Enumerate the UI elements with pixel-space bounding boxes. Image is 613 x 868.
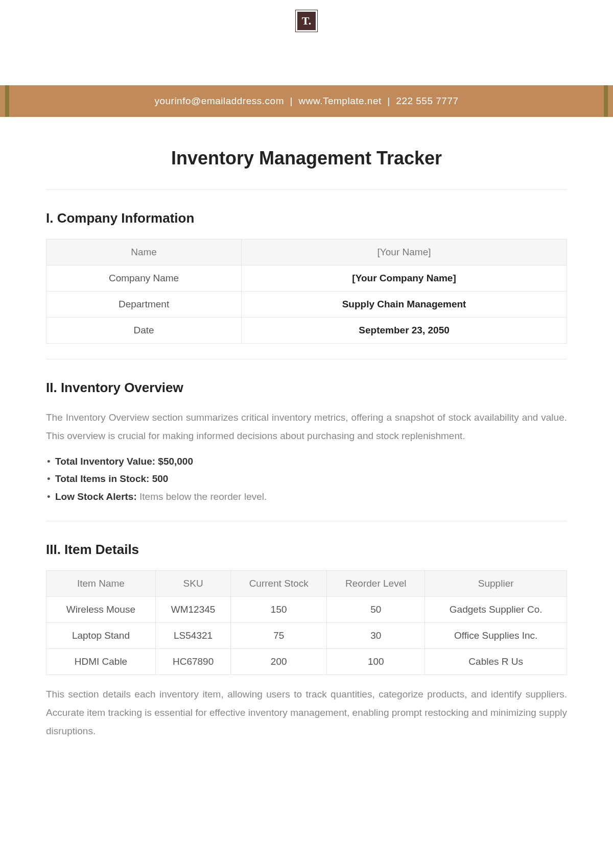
bullet-item: Low Stock Alerts: Items below the reorde… — [46, 488, 567, 505]
items-body: This section details each inventory item… — [46, 685, 567, 740]
bullet-label: Total Items in Stock: — [55, 473, 149, 484]
info-label: Name — [46, 239, 242, 266]
info-value: Supply Chain Management — [242, 292, 567, 318]
logo: T. — [296, 10, 317, 32]
cell-stock: 75 — [231, 622, 327, 648]
info-label: Date — [46, 318, 242, 344]
bullet-value: 500 — [152, 473, 169, 484]
cell-reorder: 100 — [327, 648, 425, 674]
cell-sku: LS54321 — [155, 622, 230, 648]
info-value: [Your Name] — [242, 239, 567, 266]
cell-supplier: Office Supplies Inc. — [425, 622, 567, 648]
company-info-table: Name [Your Name] Company Name [Your Comp… — [46, 239, 567, 344]
cell-item-name: HDMI Cable — [46, 648, 156, 674]
logo-bar: T. — [0, 0, 613, 37]
overview-body: The Inventory Overview section summarize… — [46, 408, 567, 445]
banner-email: yourinfo@emailaddress.com — [154, 95, 284, 107]
table-row: Date September 23, 2050 — [46, 318, 567, 344]
bullet-item: Total Inventory Value: $50,000 — [46, 453, 567, 470]
col-sku: SKU — [155, 570, 230, 596]
cell-sku: WM12345 — [155, 596, 230, 622]
section-items-heading: III. Item Details — [46, 542, 567, 558]
divider — [46, 189, 567, 190]
bullet-value: Items below the reorder level. — [139, 491, 267, 502]
table-header-row: Item Name SKU Current Stock Reorder Leve… — [46, 570, 567, 596]
cell-item-name: Wireless Mouse — [46, 596, 156, 622]
item-details-table: Item Name SKU Current Stock Reorder Leve… — [46, 570, 567, 675]
section-company-heading: I. Company Information — [46, 210, 567, 226]
table-row: Wireless Mouse WM12345 150 50 Gadgets Su… — [46, 596, 567, 622]
info-value: [Your Company Name] — [242, 266, 567, 292]
document-title: Inventory Management Tracker — [46, 148, 567, 169]
section-overview-heading: II. Inventory Overview — [46, 380, 567, 396]
banner-phone: 222 555 7777 — [396, 95, 458, 107]
document-content: Inventory Management Tracker I. Company … — [0, 117, 613, 768]
cell-supplier: Gadgets Supplier Co. — [425, 596, 567, 622]
table-row: Laptop Stand LS54321 75 30 Office Suppli… — [46, 622, 567, 648]
col-item-name: Item Name — [46, 570, 156, 596]
cell-sku: HC67890 — [155, 648, 230, 674]
table-row: Department Supply Chain Management — [46, 292, 567, 318]
col-current-stock: Current Stock — [231, 570, 327, 596]
overview-bullets: Total Inventory Value: $50,000 Total Ite… — [46, 453, 567, 505]
table-row: Name [Your Name] — [46, 239, 567, 266]
cell-stock: 200 — [231, 648, 327, 674]
divider — [46, 521, 567, 521]
info-value: September 23, 2050 — [242, 318, 567, 344]
bullet-item: Total Items in Stock: 500 — [46, 470, 567, 488]
cell-stock: 150 — [231, 596, 327, 622]
col-reorder-level: Reorder Level — [327, 570, 425, 596]
banner-sep: | — [284, 95, 299, 107]
contact-banner: yourinfo@emailaddress.com | www.Template… — [0, 85, 613, 117]
info-label: Department — [46, 292, 242, 318]
bullet-label: Total Inventory Value: — [55, 456, 155, 467]
table-row: HDMI Cable HC67890 200 100 Cables R Us — [46, 648, 567, 674]
banner-website: www.Template.net — [299, 95, 382, 107]
info-label: Company Name — [46, 266, 242, 292]
bullet-value: $50,000 — [158, 456, 193, 467]
col-supplier: Supplier — [425, 570, 567, 596]
cell-reorder: 30 — [327, 622, 425, 648]
cell-item-name: Laptop Stand — [46, 622, 156, 648]
divider — [46, 359, 567, 359]
banner-sep: | — [382, 95, 396, 107]
table-row: Company Name [Your Company Name] — [46, 266, 567, 292]
cell-reorder: 50 — [327, 596, 425, 622]
cell-supplier: Cables R Us — [425, 648, 567, 674]
header-spacer — [0, 37, 613, 85]
bullet-label: Low Stock Alerts: — [55, 491, 137, 502]
